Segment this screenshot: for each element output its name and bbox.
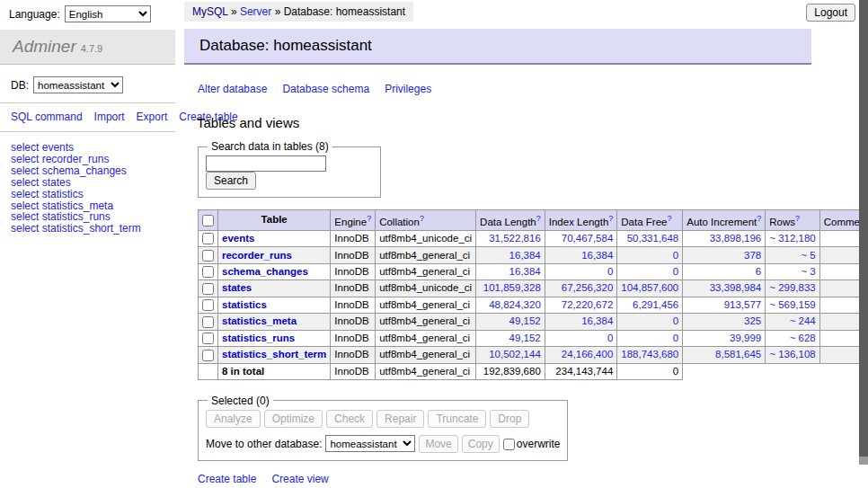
row-checkbox[interactable] (202, 299, 214, 311)
value-link[interactable]: 67,256,320 (562, 282, 614, 293)
value-link[interactable]: 16,384 (581, 315, 613, 326)
create-view-link[interactable]: Create view (271, 473, 328, 485)
data-length-cell: 31,522,816 (476, 230, 545, 246)
table-link[interactable]: states (42, 176, 71, 189)
value-link[interactable]: 49,152 (509, 315, 541, 326)
table-name-link[interactable]: statistics_short_term (222, 349, 326, 359)
export-link[interactable]: Export (137, 111, 168, 123)
logout-button[interactable]: Logout (806, 4, 855, 22)
value-link[interactable]: 16,384 (509, 250, 541, 261)
value-link[interactable]: 49,152 (509, 333, 541, 343)
value-link[interactable]: 0 (673, 333, 678, 343)
table-name-link[interactable]: states (222, 282, 252, 293)
row-checkbox[interactable] (202, 233, 214, 244)
value-link[interactable]: 0 (673, 315, 678, 326)
value-link[interactable]: 104,857,600 (621, 282, 678, 293)
row-checkbox[interactable] (202, 283, 214, 295)
value-link[interactable]: 0 (673, 250, 678, 261)
value-link[interactable]: 72,220,672 (562, 299, 614, 310)
value-link[interactable]: ~ 299,833 (769, 282, 815, 293)
sql-command-link[interactable]: SQL command (11, 111, 83, 123)
value-link[interactable]: 101,859,328 (483, 282, 541, 293)
help-link[interactable]: ? (757, 214, 761, 223)
value-link[interactable]: ~ 569,159 (769, 299, 815, 310)
table-name-link[interactable]: statistics (222, 299, 267, 310)
value-link[interactable]: 33,898,196 (710, 233, 762, 244)
create-table-link[interactable]: Create table (198, 473, 256, 485)
value-link[interactable]: ~ 244 (790, 315, 816, 326)
row-checkbox[interactable] (202, 266, 214, 278)
value-link[interactable]: 16,384 (581, 250, 613, 261)
table-name-link[interactable]: statistics_meta (222, 315, 297, 326)
table-link[interactable]: statistics_runs (42, 210, 111, 223)
database-schema-link[interactable]: Database schema (282, 83, 369, 95)
select-link[interactable]: select (11, 188, 39, 200)
value-link[interactable]: 50,331,648 (627, 233, 679, 244)
select-link[interactable]: select (11, 210, 39, 223)
value-link[interactable]: 913,577 (724, 299, 762, 310)
scrollbar-thumb[interactable] (859, 0, 868, 457)
breadcrumb-link-mysql[interactable]: MySQL (192, 5, 228, 18)
value-link[interactable]: 24,166,400 (562, 349, 614, 359)
move-db-select[interactable]: homeassistant (325, 435, 415, 452)
select-link[interactable]: select (11, 141, 39, 154)
select-link[interactable]: select (11, 164, 39, 177)
search-button[interactable]: Search (206, 172, 256, 190)
value-link[interactable]: 31,522,816 (489, 233, 541, 244)
value-link[interactable]: 8,581,645 (715, 349, 761, 359)
select-link[interactable]: select (11, 153, 39, 165)
table-link[interactable]: statistics_short_term (42, 222, 141, 235)
value-link[interactable]: 6 (756, 266, 761, 277)
table-link[interactable]: statistics_meta (42, 200, 113, 212)
search-input[interactable] (206, 155, 326, 172)
value-link[interactable]: ~ 628 (790, 333, 816, 343)
value-link[interactable]: 378 (744, 250, 761, 261)
value-link[interactable]: 39,999 (730, 333, 761, 343)
value-link[interactable]: 325 (744, 315, 761, 326)
table-link[interactable]: recorder_runs (42, 153, 110, 165)
value-link[interactable]: 10,502,144 (489, 349, 541, 359)
value-link[interactable]: 188,743,680 (621, 349, 678, 359)
select-link[interactable]: select (11, 176, 39, 189)
value-link[interactable]: 0 (607, 266, 613, 277)
db-select[interactable]: homeassistant (33, 76, 123, 93)
row-checkbox[interactable] (202, 350, 214, 361)
row-checkbox[interactable] (202, 316, 214, 328)
select-link[interactable]: select (11, 222, 39, 235)
table-name-link[interactable]: recorder_runs (222, 250, 292, 261)
table-link[interactable]: statistics (42, 188, 84, 200)
table-name-link[interactable]: events (222, 233, 254, 244)
help-link[interactable]: ? (667, 214, 671, 223)
value-link[interactable]: 6,291,456 (633, 299, 678, 310)
overwrite-checkbox[interactable] (503, 439, 515, 450)
value-link[interactable]: 33,398,984 (710, 282, 762, 293)
help-link[interactable]: ? (536, 214, 541, 223)
help-link[interactable]: ? (367, 214, 371, 223)
value-link[interactable]: ~ 3 (801, 266, 815, 277)
table-link[interactable]: schema_changes (42, 164, 127, 177)
help-link[interactable]: ? (420, 214, 424, 223)
privileges-link[interactable]: Privileges (385, 83, 431, 95)
value-link[interactable]: 0 (673, 266, 678, 277)
row-checkbox[interactable] (202, 250, 214, 262)
value-link[interactable]: ~ 5 (801, 250, 815, 261)
value-link[interactable]: 16,384 (509, 266, 541, 277)
select-all-checkbox[interactable] (202, 215, 214, 226)
value-link[interactable]: 0 (607, 333, 613, 343)
import-link[interactable]: Import (94, 111, 125, 123)
search-legend: Search data in tables (8) (208, 140, 332, 153)
help-link[interactable]: ? (608, 214, 613, 223)
table-name-link[interactable]: schema_changes (222, 266, 308, 277)
value-link[interactable]: 48,824,320 (489, 299, 541, 310)
table-name-link[interactable]: statistics_runs (222, 333, 295, 343)
breadcrumb-link-server[interactable]: Server (240, 5, 271, 18)
value-link[interactable]: ~ 136,108 (769, 349, 815, 359)
alter-database-link[interactable]: Alter database (198, 83, 267, 95)
help-link[interactable]: ? (795, 214, 800, 223)
row-checkbox[interactable] (202, 333, 214, 344)
value-link[interactable]: ~ 312,180 (769, 233, 815, 244)
value-link[interactable]: 70,467,584 (562, 233, 614, 244)
select-link[interactable]: select (11, 200, 39, 212)
language-select[interactable]: English (65, 5, 151, 22)
table-link[interactable]: events (42, 141, 74, 154)
